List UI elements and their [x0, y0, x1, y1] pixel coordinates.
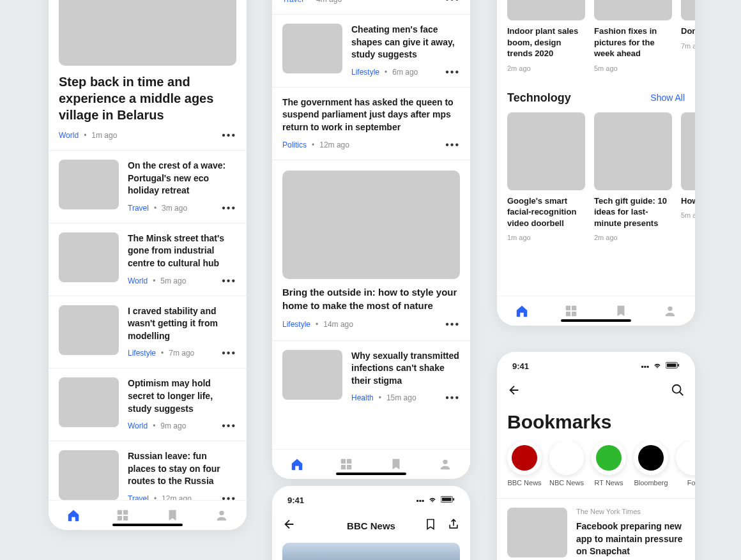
time-label: 1m ago	[507, 234, 585, 241]
svg-rect-12	[566, 312, 570, 316]
card-item[interactable]: Indoor plant sales boom, design trends 2…	[507, 0, 585, 72]
status-time: 9:41	[512, 361, 529, 371]
tab-grid[interactable]	[116, 508, 130, 525]
tab-bookmark[interactable]	[614, 304, 628, 321]
category-label[interactable]: Politics	[282, 140, 307, 149]
article-title: Why sexually transmitted infections can'…	[351, 350, 460, 388]
svg-rect-7	[341, 465, 346, 469]
category-label[interactable]: Lifestyle	[282, 320, 310, 329]
page-title: Bookmarks	[497, 409, 695, 441]
article-row[interactable]: The government has asked the queen to su…	[272, 87, 470, 160]
card-item[interactable]: How automation centers 5m ago	[681, 112, 695, 242]
tab-profile[interactable]	[438, 457, 452, 474]
article-title: I craved stability and wasn't getting it…	[128, 305, 236, 343]
back-icon[interactable]	[282, 517, 296, 534]
more-icon[interactable]: •••	[445, 139, 460, 151]
svg-rect-5	[341, 459, 346, 464]
source-logo	[596, 445, 622, 471]
svg-rect-19	[667, 363, 676, 367]
home-indicator	[561, 319, 631, 322]
more-icon[interactable]: •••	[445, 319, 460, 330]
tab-bookmark[interactable]	[165, 508, 180, 525]
phone-feed-mixed: Travel• 4m ago ••• Cheating men's face s…	[272, 0, 470, 479]
wifi-icon	[653, 361, 662, 372]
article-row[interactable]: I craved stability and wasn't getting it…	[49, 296, 247, 369]
tab-grid[interactable]	[564, 304, 578, 321]
source-chip[interactable]: NBC News	[549, 441, 584, 487]
article-row[interactable]: Why sexually transmitted infections can'…	[272, 341, 470, 413]
category-row[interactable]: Google's smart facial-recognition video …	[497, 112, 695, 251]
more-icon[interactable]: •••	[222, 275, 236, 287]
svg-rect-11	[572, 306, 576, 310]
card-item[interactable]: Don't miss this weekend's dawn 7m ago	[681, 0, 695, 72]
svg-point-14	[668, 306, 673, 311]
tab-profile[interactable]	[663, 304, 677, 321]
category-label[interactable]: Travel	[128, 204, 149, 213]
bookmark-icon[interactable]	[424, 518, 437, 533]
more-icon[interactable]: •••	[222, 202, 236, 214]
phone-categories: Indoor plant sales boom, design trends 2…	[497, 0, 695, 326]
home-indicator	[336, 473, 406, 475]
article-title: The government has asked the queen to su…	[282, 96, 460, 134]
time-label: 3m ago	[162, 204, 187, 213]
tab-home[interactable]	[515, 304, 529, 321]
card-title: Indoor plant sales boom, design trends 2…	[507, 26, 585, 59]
show-all-link[interactable]: Show All	[650, 93, 685, 103]
tab-home[interactable]	[290, 457, 304, 474]
featured-article[interactable]: Step back in time and experience a middl…	[49, 0, 247, 151]
card-item[interactable]: Fashion fixes in pictures for the week a…	[594, 0, 672, 72]
source-chip[interactable]: RT News	[592, 441, 626, 487]
time-label: 5m ago	[681, 211, 695, 219]
more-icon[interactable]: •••	[222, 347, 236, 359]
category-label[interactable]: World	[128, 276, 148, 285]
category-label[interactable]: World	[128, 421, 148, 430]
card-item[interactable]: Tech gift guide: 10 ideas for last-minut…	[594, 112, 672, 242]
article-thumb	[59, 232, 119, 282]
status-time: 9:41	[287, 496, 304, 505]
tab-profile[interactable]	[215, 508, 229, 525]
article-image	[282, 170, 460, 279]
card-image	[681, 112, 695, 190]
article-row[interactable]: Cheating men's face shapes can give it a…	[272, 15, 470, 87]
article-row[interactable]: The New York Times Facebook preparing ne…	[497, 498, 695, 560]
article-row[interactable]: The Minsk street that's gone from indust…	[49, 223, 247, 296]
time-label: 14m ago	[323, 320, 353, 329]
share-icon[interactable]	[447, 518, 460, 533]
article-row[interactable]: On the crest of a wave: Portugal's new e…	[49, 151, 247, 223]
svg-point-9	[443, 460, 448, 464]
more-icon[interactable]: •••	[445, 0, 460, 5]
source-chip[interactable]: Fox	[676, 441, 695, 487]
tab-home[interactable]	[66, 508, 80, 525]
tab-bar	[49, 500, 247, 530]
source-chips[interactable]: BBC NewsNBC NewsRT NewsBloombergFox	[497, 441, 695, 492]
time-label: 5m ago	[160, 276, 186, 285]
article-row[interactable]: Optimism may hold secret to longer life,…	[49, 368, 247, 441]
search-icon[interactable]	[671, 383, 685, 400]
card-title: Tech gift guide: 10 ideas for last-minut…	[594, 195, 672, 229]
tab-bookmark[interactable]	[389, 457, 403, 474]
category-row[interactable]: Indoor plant sales boom, design trends 2…	[497, 0, 695, 81]
more-icon[interactable]: •••	[222, 420, 236, 432]
more-icon[interactable]: •••	[445, 66, 460, 78]
home-indicator	[112, 524, 183, 526]
time-label: 7m ago	[681, 42, 695, 50]
card-image	[681, 0, 695, 20]
category-label[interactable]: Travel	[282, 0, 303, 4]
article-big[interactable]: Bring the outside in: how to style your …	[272, 160, 470, 341]
source-chip[interactable]: Bloomberg	[634, 441, 668, 487]
card-item[interactable]: Google's smart facial-recognition video …	[507, 112, 585, 242]
source-name: RT News	[595, 479, 623, 487]
category-label[interactable]: Lifestyle	[128, 349, 156, 358]
back-icon[interactable]	[507, 383, 521, 400]
card-image	[594, 0, 672, 20]
article-title: The Minsk street that's gone from indust…	[128, 232, 236, 270]
more-icon[interactable]: •••	[222, 130, 236, 141]
more-icon[interactable]: •••	[445, 392, 460, 404]
time-label: 9m ago	[160, 421, 186, 430]
source-chip[interactable]: BBC News	[507, 441, 542, 487]
source-label: The New York Times	[576, 508, 685, 515]
tab-grid[interactable]	[339, 457, 353, 474]
category-label[interactable]: Health	[351, 393, 374, 402]
category-label[interactable]: Lifestyle	[351, 68, 379, 77]
category-label[interactable]: World	[59, 131, 79, 140]
